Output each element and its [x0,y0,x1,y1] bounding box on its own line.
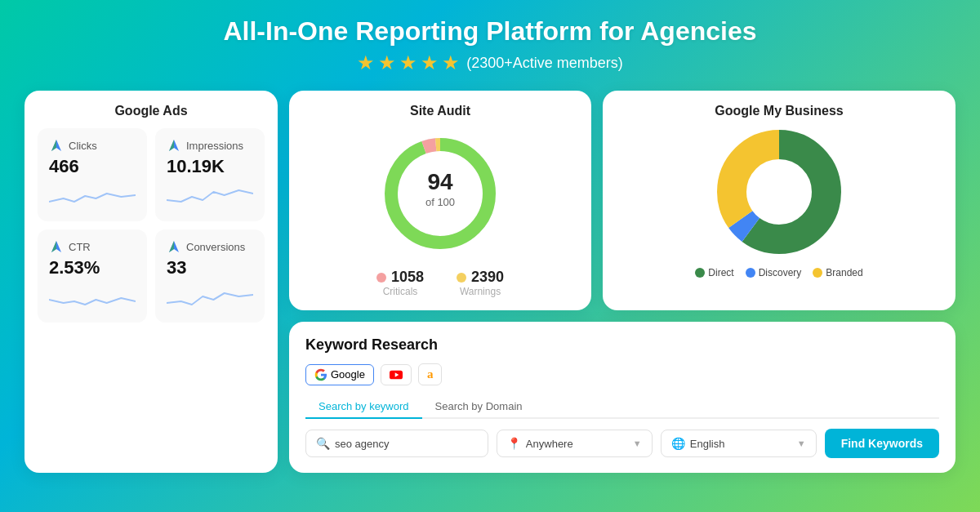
conversions-sparkline [167,285,253,309]
hero-subtitle: ★ ★ ★ ★ ★ (2300+Active members) [357,51,623,74]
page-wrapper: All-In-One Reporting Platform for Agenci… [0,0,980,512]
svg-text:94: 94 [427,169,453,194]
svg-marker-7 [169,241,174,252]
criticals-stat: 1058 Criticals [376,269,424,297]
google-ads-icon-ctr [49,239,64,254]
google-logo-icon [314,368,327,381]
clicks-sparkline [49,184,136,208]
google-ads-icon-conversions [167,239,181,254]
youtube-engine-btn[interactable] [381,364,412,385]
gmb-legend: Direct Discovery Branded [616,267,942,278]
google-ads-card: Google Ads Clicks 466 [24,91,278,473]
impressions-sparkline [167,184,253,208]
warnings-stat: 2390 Warnings [457,269,504,297]
site-audit-card: Site Audit 94 of 100 [289,91,591,310]
legend-label-direct: Direct [708,267,733,278]
legend-dot-direct [695,268,705,278]
warnings-value: 2390 [471,269,504,286]
language-field: 🌐 ▼ [661,430,817,457]
dashboard-grid: Google Ads Clicks 466 [24,91,956,473]
legend-label-branded: Branded [826,267,862,278]
search-tabs: Search by keyword Search by Domain [305,395,939,419]
hero-title: All-In-One Reporting Platform for Agenci… [223,16,756,47]
members-text: (2300+Active members) [466,55,623,72]
location-field: 📍 ▼ [497,430,653,457]
svg-marker-3 [169,140,174,151]
conversions-value: 33 [167,257,253,278]
clicks-value: 466 [49,156,136,177]
location-input[interactable] [526,438,628,450]
google-ads-title: Google Ads [38,104,265,118]
location-icon: 📍 [507,437,521,450]
legend-direct: Direct [695,267,733,278]
ctr-metric: CTR 2.53% [38,229,147,323]
tab-search-by-domain[interactable]: Search by Domain [422,395,536,419]
amazon-label: a [427,367,434,381]
impressions-label: Impressions [167,138,253,153]
search-engines: Google a [305,363,939,385]
star-1: ★ [357,51,375,74]
ctr-sparkline [49,285,136,309]
clicks-metric: Clicks 466 [38,128,147,221]
legend-branded: Branded [813,267,862,278]
star-rating: ★ ★ ★ ★ ★ [357,51,460,74]
site-audit-title: Site Audit [302,104,578,118]
google-ads-icon-clicks [49,138,64,153]
svg-text:of 100: of 100 [425,196,455,208]
keyword-research-title: Keyword Research [305,336,939,354]
conversions-metric: Conversions 33 [155,229,265,323]
ctr-value: 2.53% [49,257,136,278]
gmb-title: Google My Business [616,104,942,118]
audit-stats: 1058 Criticals 2390 Warnings [302,269,578,297]
criticals-label: Criticals [376,286,424,297]
google-ads-icon-impressions [167,138,181,153]
gmb-donut: All Searches 49340 [706,128,853,259]
tab-search-by-keyword[interactable]: Search by keyword [305,395,422,419]
amazon-engine-btn[interactable]: a [418,363,443,385]
google-engine-btn[interactable]: Google [305,364,374,385]
search-inputs: 🔍 📍 ▼ 🌐 ▼ Find Keywords [305,429,939,458]
keyword-search-field: 🔍 [305,430,488,457]
location-chevron-icon: ▼ [633,439,642,448]
impressions-metric: Impressions 10.19K [155,128,265,221]
legend-dot-discovery [746,268,755,278]
search-icon: 🔍 [316,437,330,450]
google-engine-label: Google [331,368,365,381]
legend-dot-branded [813,268,822,278]
impressions-value: 10.19K [167,156,253,177]
star-2: ★ [378,51,396,74]
svg-marker-1 [51,140,56,151]
criticals-value: 1058 [391,269,424,286]
ctr-label: CTR [49,239,136,254]
legend-discovery: Discovery [746,267,802,278]
youtube-icon [390,368,403,381]
svg-text:49340: 49340 [764,190,794,203]
warnings-dot [457,273,466,283]
star-5: ★ [442,51,460,74]
language-icon: 🌐 [671,437,685,450]
criticals-dot [376,273,386,283]
conversions-label: Conversions [167,239,253,254]
keyword-input[interactable] [335,438,478,450]
site-audit-donut: 94 of 100 [375,128,506,259]
star-4: ★ [421,51,439,74]
language-input[interactable] [690,438,792,450]
keyword-research-card: Keyword Research Google [289,322,956,473]
language-chevron-icon: ▼ [797,439,806,448]
legend-label-discovery: Discovery [759,267,802,278]
gmb-donut-container: All Searches 49340 [616,128,942,259]
clicks-label: Clicks [49,138,136,153]
svg-marker-5 [51,241,56,252]
site-audit-donut-container: 94 of 100 [302,128,578,259]
star-3: ★ [399,51,417,74]
find-keywords-button[interactable]: Find Keywords [825,429,939,458]
warnings-label: Warnings [457,286,504,297]
svg-text:All Searches: All Searches [752,179,806,189]
gmb-card: Google My Business All Searches 49340 [603,91,956,310]
ads-metrics-grid: Clicks 466 Impressions [38,128,265,323]
